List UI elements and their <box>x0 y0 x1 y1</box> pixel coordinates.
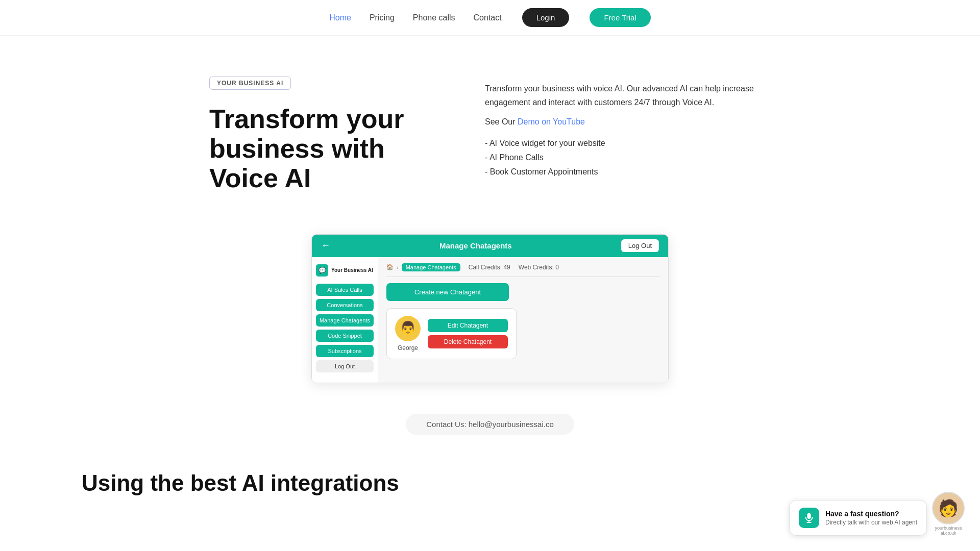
sidebar-logout-button[interactable]: Log Out <box>316 360 374 372</box>
brand-name: Your Business AI <box>331 267 373 273</box>
sidebar-brand: 💬 Your Business AI <box>316 264 374 277</box>
chat-subtext: Directly talk with our web AI agent <box>825 519 917 526</box>
chat-heading: Have a fast question? <box>825 510 917 518</box>
bottom-title: Using the best AI integrations <box>82 470 898 496</box>
chatagent-name: George <box>398 344 418 352</box>
breadcrumb-active: Manage Chatagents <box>402 263 460 271</box>
chat-widget[interactable]: Have a fast question? Directly talk with… <box>789 492 965 536</box>
hero-feature-1: - AI Voice widget for your website <box>485 139 771 148</box>
breadcrumb-home-icon: 🏠 <box>386 264 394 270</box>
chat-avatar[interactable]: 🧑 <box>932 492 965 524</box>
nav-home[interactable]: Home <box>329 13 351 22</box>
avatar: 👨 <box>395 316 421 341</box>
hero-see-line: See Our Demo on YouTube <box>485 117 771 127</box>
nav-links: Home Pricing Phone calls Contact <box>329 13 501 22</box>
dashboard-body: 💬 Your Business AI AI Sales Calls Conver… <box>312 257 668 383</box>
nav-contact[interactable]: Contact <box>474 13 502 22</box>
hero-title: Transform your business with Voice AI <box>209 104 424 193</box>
web-credits: Web Credits: 0 <box>519 264 559 271</box>
hero-feature-2: - AI Phone Calls <box>485 153 771 162</box>
dashboard-header: ← Manage Chatagents Log Out <box>312 235 668 257</box>
sidebar-ai-sales-calls[interactable]: AI Sales Calls <box>316 284 374 296</box>
svg-rect-0 <box>807 513 811 519</box>
dashboard-screenshot: ← Manage Chatagents Log Out 💬 Your Busin… <box>311 234 669 383</box>
hero-left: YOUR BUSINESS AI Transform your business… <box>209 77 424 193</box>
separator <box>386 277 660 277</box>
hero-features: - AI Voice widget for your website - AI … <box>485 139 771 177</box>
free-trial-button[interactable]: Free Trial <box>590 8 650 27</box>
breadcrumb: 🏠 › Manage Chatagents Call Credits: 49 W… <box>386 263 660 271</box>
chat-text: Have a fast question? Directly talk with… <box>825 510 917 526</box>
dashboard-title: Manage Chatagents <box>439 241 512 250</box>
contact-text: Contact Us: hello@yourbusinessai.co <box>406 414 574 435</box>
card-actions: Edit Chatagent Delete Chatagent <box>428 319 508 348</box>
edit-chatagent-button[interactable]: Edit Chatagent <box>428 319 508 332</box>
hero-description: Transform your business with voice AI. O… <box>485 82 771 109</box>
chat-brand: yourbusinessai.co.uk <box>935 525 962 536</box>
sidebar-subscriptions[interactable]: Subscriptions <box>316 345 374 357</box>
sidebar-manage-chatagents[interactable]: Manage Chatagents <box>316 314 374 327</box>
navbar: Home Pricing Phone calls Contact Login F… <box>0 0 980 36</box>
login-button[interactable]: Login <box>522 8 570 27</box>
dashboard-main: 🏠 › Manage Chatagents Call Credits: 49 W… <box>378 257 668 383</box>
nav-phone-calls[interactable]: Phone calls <box>413 13 455 22</box>
hero-right: Transform your business with voice AI. O… <box>485 77 771 182</box>
dashboard-wrapper: ← Manage Chatagents Log Out 💬 Your Busin… <box>0 224 980 404</box>
breadcrumb-separator: › <box>397 264 399 270</box>
brand-icon: 💬 <box>316 264 328 277</box>
call-credits: Call Credits: 49 <box>469 264 510 271</box>
hero-see-prefix: See Our <box>485 117 518 126</box>
sidebar-code-snippet[interactable]: Code Snippet <box>316 330 374 342</box>
demo-link[interactable]: Demo on YouTube <box>518 117 585 126</box>
hero-feature-3: - Book Customer Appointments <box>485 167 771 177</box>
dashboard-logout-button[interactable]: Log Out <box>621 239 659 252</box>
create-chatagent-button[interactable]: Create new Chatagent <box>386 283 509 301</box>
microphone-svg <box>803 512 815 523</box>
contact-bar: Contact Us: hello@yourbusinessai.co <box>0 404 980 450</box>
back-icon[interactable]: ← <box>321 240 330 251</box>
hero-section: YOUR BUSINESS AI Transform your business… <box>0 36 980 224</box>
chat-bubble[interactable]: Have a fast question? Directly talk with… <box>789 500 927 536</box>
chatagent-card: 👨 George Edit Chatagent Delete Chatagent <box>386 308 517 359</box>
sidebar-conversations[interactable]: Conversations <box>316 299 374 311</box>
delete-chatagent-button[interactable]: Delete Chatagent <box>428 335 508 348</box>
hero-badge: YOUR BUSINESS AI <box>209 77 291 90</box>
mic-icon <box>799 508 819 528</box>
nav-pricing[interactable]: Pricing <box>370 13 395 22</box>
dashboard-sidebar: 💬 Your Business AI AI Sales Calls Conver… <box>312 257 378 383</box>
